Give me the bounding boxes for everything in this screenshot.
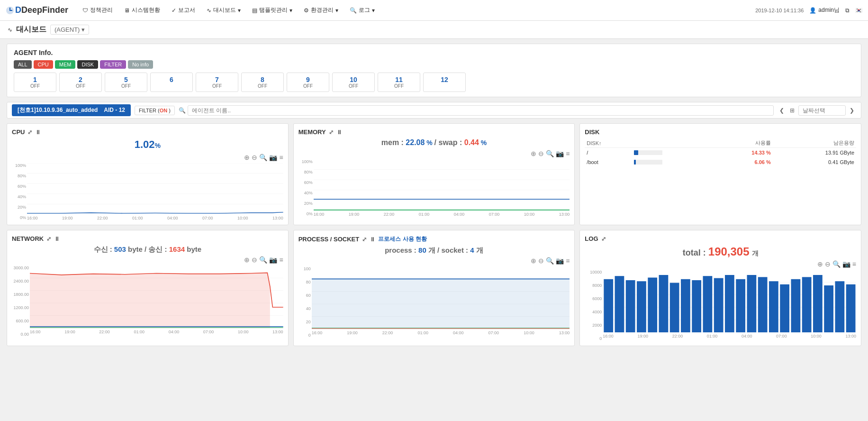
log-zoom-in-icon[interactable]: ⊕ [817, 260, 823, 268]
svg-rect-29 [659, 275, 669, 332]
cpu-search-icon[interactable]: 🔍 [259, 154, 267, 161]
filter-mem-btn[interactable]: MEM [55, 60, 76, 69]
agent-card-10[interactable]: 10OFF [332, 73, 375, 92]
filter-disk-btn[interactable]: DISK [77, 60, 98, 69]
disk-pct-boot: 6.06 % [714, 157, 772, 167]
log-menu-icon[interactable]: ≡ [852, 260, 856, 268]
filter-bar: [천호1]10.10.9.36_auto_added AID - 12 FILT… [7, 102, 861, 119]
log-camera-icon[interactable]: 📷 [842, 260, 850, 268]
nav-policy[interactable]: 🛡 정책관리 [78, 3, 118, 17]
nav-report[interactable]: ✓ 보고서 [167, 3, 200, 17]
disk-name-root: / [585, 148, 632, 158]
dropdown-chevron: ▾ [81, 26, 85, 33]
agent-card-9[interactable]: 9OFF [287, 73, 329, 92]
proc-zoom-in-icon[interactable]: ⊕ [531, 257, 536, 265]
memory-value: mem : 22.08 % / swap : 0.44 % [298, 138, 570, 147]
svg-rect-37 [747, 275, 757, 332]
nav-system[interactable]: 🖥 시스템현황 [119, 3, 165, 17]
svg-rect-34 [714, 278, 723, 332]
proc-external-icon[interactable]: ⤢ [362, 236, 367, 243]
proc-camera-icon[interactable]: 📷 [556, 257, 564, 265]
disk-table: DISK↑ 사용률 남은용량 / 14.33 % [585, 138, 856, 167]
proc-zoom-out-icon[interactable]: ⊖ [538, 257, 544, 265]
window-icon[interactable]: ⧉ [845, 7, 850, 14]
mem-zoom-in-icon[interactable]: ⊕ [531, 150, 536, 157]
cpu-pause-icon[interactable]: ⏸ [35, 129, 41, 136]
net-search-icon[interactable]: 🔍 [259, 256, 267, 264]
svg-marker-14 [30, 273, 270, 328]
proc-menu-icon[interactable]: ≡ [566, 257, 570, 265]
filter-noinfo-btn[interactable]: No info [128, 60, 153, 69]
disk-card-title: DISK [585, 128, 856, 136]
proc-chart-controls: ⊕ ⊖ 🔍 📷 ≡ [298, 257, 570, 265]
mem-menu-icon[interactable]: ≡ [566, 150, 570, 157]
net-camera-icon[interactable]: 📷 [269, 256, 277, 264]
agent-card-2[interactable]: 2OFF [59, 73, 102, 92]
mem-search-icon[interactable]: 🔍 [546, 150, 554, 157]
net-external-icon[interactable]: ⤢ [46, 236, 51, 242]
log-search-icon[interactable]: 🔍 [832, 260, 841, 268]
chart-icon: ∿ [207, 7, 211, 14]
net-pause-icon[interactable]: ⏸ [54, 236, 60, 242]
agent-card-7[interactable]: 7OFF [196, 73, 238, 92]
mem-pause-icon[interactable]: ⏸ [336, 129, 342, 136]
user-icon: 👤 [809, 7, 816, 14]
log-zoom-out-icon[interactable]: ⊖ [825, 260, 831, 268]
svg-rect-41 [791, 279, 801, 332]
log-external-icon[interactable]: ⤢ [601, 236, 606, 242]
log-card-title: LOG ⤢ [585, 235, 856, 242]
nav-log[interactable]: 🔍 로그 ▾ [345, 3, 380, 17]
svg-rect-24 [604, 279, 614, 332]
selected-agent[interactable]: [천호1]10.10.9.36_auto_added AID - 12 [12, 104, 131, 116]
agent-dropdown[interactable]: (AGENT) ▾ [50, 25, 89, 35]
disk-row-boot: /boot 6.06 % 0.41 GByte [585, 157, 856, 167]
proc-pause-icon[interactable]: ⏸ [370, 236, 375, 243]
agent-cards: 1OFF 2OFF 5OFF 6 7OFF 8OFF 9OFF 10OFF 11… [14, 73, 854, 92]
agent-card-1[interactable]: 1OFF [14, 73, 56, 92]
agent-card-12[interactable]: 12 [423, 73, 466, 92]
grid-btn[interactable]: ⊞ [788, 106, 796, 115]
disk-col-bar [632, 138, 714, 148]
mem-camera-icon[interactable]: 📷 [556, 150, 564, 157]
flag-icon[interactable]: 🇰🇷 [855, 7, 862, 14]
mem-zoom-out-icon[interactable]: ⊖ [538, 150, 544, 157]
svg-rect-28 [648, 278, 658, 333]
agent-info-title: AGENT Info. [14, 49, 854, 56]
filter-all-btn[interactable]: ALL [14, 60, 32, 69]
cpu-zoom-out-icon[interactable]: ⊖ [252, 154, 257, 161]
agent-search-input[interactable] [188, 105, 774, 116]
date-select-input[interactable] [798, 105, 846, 116]
filter-cpu-btn[interactable]: CPU [34, 60, 53, 69]
nav-template[interactable]: ▤ 탬플릿관리 ▾ [247, 3, 297, 17]
cpu-menu-icon[interactable]: ≡ [279, 154, 283, 161]
cpu-value: 1.02% [12, 138, 283, 151]
cpu-external-icon[interactable]: ⤢ [27, 129, 32, 136]
prev-btn[interactable]: ❮ [778, 106, 786, 115]
cpu-y-labels: 100%80%60%40%20%0% [12, 163, 27, 220]
mem-external-icon[interactable]: ⤢ [329, 129, 334, 136]
net-zoom-in-icon[interactable]: ⊕ [244, 256, 250, 264]
log-y-labels: 1000080006000400020000 [585, 270, 603, 341]
agent-card-6[interactable]: 6 [150, 73, 193, 92]
dashboard-grid-row2: NETWORK ⤢ ⏸ 수신 : 503 byte / 송신 : 1634 by… [7, 230, 861, 346]
proc-search-icon[interactable]: 🔍 [546, 257, 554, 265]
nav-dashboard[interactable]: ∿ 대시보드 ▾ [202, 3, 245, 17]
cpu-camera-icon[interactable]: 📷 [269, 154, 277, 161]
nav-env[interactable]: ⚙ 환경관리 ▾ [299, 3, 343, 17]
logo[interactable]: DDeepFinder [6, 5, 68, 15]
net-menu-icon[interactable]: ≡ [279, 256, 283, 264]
disk-col-name: DISK↑ [585, 138, 632, 148]
process-usage-link[interactable]: 프로세스 사용 현황 [378, 235, 427, 243]
check-icon: ✓ [172, 7, 176, 14]
next-btn[interactable]: ❯ [848, 106, 856, 115]
filter-buttons: ALL CPU MEM DISK FILTER No info [14, 60, 854, 69]
filter-filter-btn[interactable]: FILTER [100, 60, 126, 69]
agent-card-5[interactable]: 5OFF [105, 73, 147, 92]
net-zoom-out-icon[interactable]: ⊖ [252, 256, 257, 264]
filter-status: FILTER (ON ) [135, 106, 175, 115]
cpu-zoom-in-icon[interactable]: ⊕ [244, 154, 250, 161]
agent-card-11[interactable]: 11OFF [378, 73, 420, 92]
agent-card-8[interactable]: 8OFF [241, 73, 284, 92]
svg-rect-35 [725, 275, 734, 332]
page-title-icon: ∿ [8, 27, 12, 33]
